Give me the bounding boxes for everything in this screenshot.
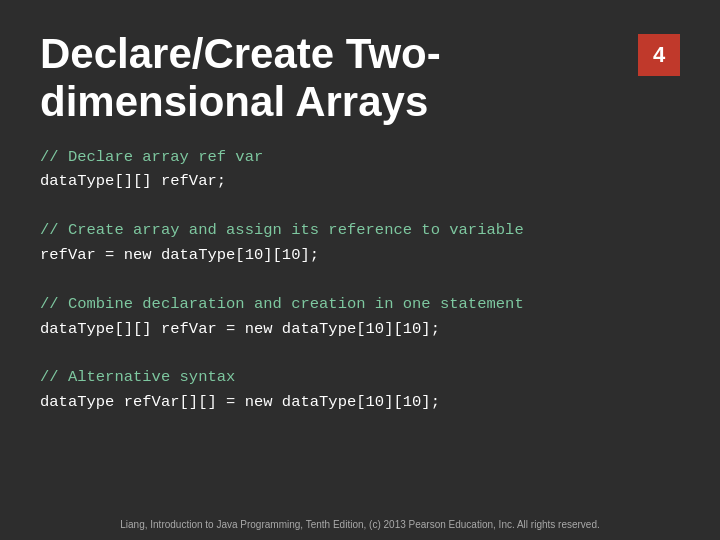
- code-4: dataType refVar[][] = new dataType[10][1…: [40, 390, 680, 415]
- code-3: dataType[][] refVar = new dataType[10][1…: [40, 317, 680, 342]
- slide-title: Declare/Create Two-dimensional Arrays: [40, 30, 630, 127]
- code-1: dataType[][] refVar;: [40, 169, 680, 194]
- slide: Declare/Create Two-dimensional Arrays 4 …: [0, 0, 720, 540]
- slide-number-badge: 4: [638, 34, 680, 76]
- code-section-1: // Declare array ref var dataType[][] re…: [40, 145, 680, 195]
- slide-number: 4: [653, 42, 665, 68]
- code-section-2: // Create array and assign its reference…: [40, 218, 680, 268]
- title-text: Declare/Create Two-dimensional Arrays: [40, 30, 441, 125]
- comment-2: // Create array and assign its reference…: [40, 218, 680, 243]
- comment-3: // Combine declaration and creation in o…: [40, 292, 680, 317]
- title-block: Declare/Create Two-dimensional Arrays 4: [40, 30, 680, 127]
- code-section-4: // Alternative syntax dataType refVar[][…: [40, 365, 680, 415]
- comment-1: // Declare array ref var: [40, 145, 680, 170]
- footer: Liang, Introduction to Java Programming,…: [0, 519, 720, 530]
- comment-4: // Alternative syntax: [40, 365, 680, 390]
- footer-text: Liang, Introduction to Java Programming,…: [120, 519, 600, 530]
- code-2: refVar = new dataType[10][10];: [40, 243, 680, 268]
- code-section-3: // Combine declaration and creation in o…: [40, 292, 680, 342]
